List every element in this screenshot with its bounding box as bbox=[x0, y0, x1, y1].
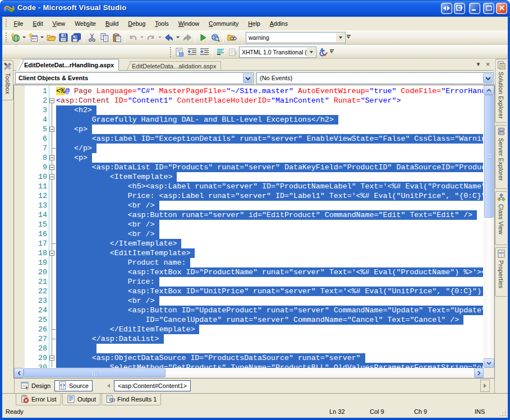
source-view-button[interactable]: Source bbox=[54, 380, 93, 391]
tag-navigator-breadcrumb[interactable]: <asp:Content#Content1> bbox=[114, 380, 191, 391]
line-number: 29 bbox=[25, 353, 47, 363]
menu-window[interactable]: Window bbox=[173, 19, 204, 29]
sidebar-tab-solution-explorer[interactable]: Solution Explorer bbox=[495, 59, 507, 123]
design-view-button[interactable]: Design bbox=[17, 380, 54, 391]
panel-tab-output[interactable]: Output bbox=[62, 394, 100, 405]
line-number: 28 bbox=[25, 344, 47, 353]
sidebar-tab-toolbox[interactable]: Toolbox bbox=[2, 60, 13, 100]
menu-website[interactable]: Website bbox=[70, 19, 101, 29]
format-doc-button[interactable] bbox=[173, 46, 186, 58]
code-line: <asp:Button ID="UpdateProduct" runat="se… bbox=[56, 306, 483, 315]
browse-find-button[interactable] bbox=[209, 31, 222, 44]
fold-collapse-box[interactable] bbox=[49, 251, 54, 256]
window-maximize-button[interactable] bbox=[483, 3, 494, 14]
sidebar-tab-label: Properties bbox=[498, 260, 504, 288]
toolbar-combo-value: warning bbox=[246, 34, 269, 41]
dropdown-arrow-icon[interactable] bbox=[139, 31, 144, 44]
sidebar-tab-class-view[interactable]: Class View bbox=[495, 191, 507, 245]
toolbar-overflow-chevron[interactable] bbox=[329, 46, 334, 58]
nav-back-button[interactable] bbox=[163, 31, 175, 44]
object-combo-arrow-icon[interactable] bbox=[243, 73, 252, 83]
indent-inc-button[interactable] bbox=[198, 46, 210, 58]
menu-file[interactable]: File bbox=[9, 19, 28, 29]
selected-code-text: <br /> bbox=[56, 229, 159, 239]
sidebar-tab-properties[interactable]: Properties bbox=[495, 247, 507, 297]
fold-collapse-box[interactable] bbox=[49, 155, 54, 160]
menu-tools[interactable]: Tools bbox=[150, 19, 174, 29]
paste-button[interactable] bbox=[111, 31, 123, 44]
accessibility-button[interactable] bbox=[316, 46, 329, 58]
window-minimize-button[interactable] bbox=[469, 3, 480, 14]
fold-collapse-box[interactable] bbox=[49, 165, 54, 170]
line-number: 24 bbox=[25, 306, 47, 315]
open-file-button[interactable] bbox=[45, 31, 57, 44]
event-combo-arrow-icon[interactable] bbox=[483, 73, 493, 83]
vertical-scrollbar-thumb[interactable] bbox=[484, 95, 494, 218]
view-switch-bar: Design Source <asp:Content#Content1> bbox=[2, 379, 508, 393]
fold-collapse-box[interactable] bbox=[49, 127, 54, 132]
start-debug-button[interactable] bbox=[197, 31, 209, 44]
scroll-left-button[interactable] bbox=[14, 368, 24, 378]
object-combo[interactable]: Client Objects & Events bbox=[15, 72, 254, 84]
selected-code-text: <p> bbox=[56, 124, 92, 134]
comment-button[interactable] bbox=[227, 46, 239, 58]
toolbar-separator bbox=[84, 32, 84, 43]
tag-navigator-back-button[interactable] bbox=[104, 381, 112, 390]
fold-collapse-box[interactable] bbox=[49, 356, 54, 361]
tag-navigator-forward-button[interactable] bbox=[480, 380, 490, 392]
tab-active-document[interactable]: EditDeleteDat...rHandling.aspx bbox=[16, 59, 119, 71]
redo-button[interactable] bbox=[145, 31, 157, 44]
window-switch-button[interactable] bbox=[441, 3, 452, 14]
indent-dec-button[interactable] bbox=[186, 46, 198, 58]
toolbar-grip[interactable] bbox=[6, 33, 7, 43]
undo-button[interactable] bbox=[127, 31, 139, 44]
nav-fwd-button[interactable] bbox=[181, 31, 193, 44]
resize-grip[interactable] bbox=[499, 409, 507, 417]
fold-collapse-box[interactable] bbox=[49, 98, 54, 103]
menu-addins[interactable]: Addins bbox=[265, 19, 292, 29]
menu-build[interactable]: Build bbox=[100, 19, 123, 29]
window-popout-button[interactable] bbox=[454, 3, 465, 14]
toolbar-grip[interactable] bbox=[170, 47, 172, 57]
toolbar-combo[interactable]: XHTML 1.0 Transitional ( bbox=[239, 47, 316, 58]
menu-community[interactable]: Community bbox=[204, 19, 243, 29]
fold-collapse-box[interactable] bbox=[49, 174, 54, 179]
dropdown-arrow-icon[interactable] bbox=[175, 31, 180, 44]
cut-button[interactable] bbox=[86, 31, 98, 44]
scroll-up-button[interactable] bbox=[484, 85, 494, 95]
sidebar-tab-server-explorer[interactable]: Server Explorer bbox=[495, 125, 507, 189]
dropdown-arrow-icon[interactable] bbox=[157, 31, 162, 44]
show-lines-button[interactable] bbox=[214, 46, 227, 58]
scroll-right-button[interactable] bbox=[474, 368, 484, 378]
dropdown-arrow-icon[interactable] bbox=[39, 31, 44, 44]
save-button[interactable] bbox=[57, 31, 70, 44]
menu-help[interactable]: Help bbox=[243, 19, 265, 29]
toolbar-overflow-chevron[interactable] bbox=[346, 31, 351, 44]
scroll-down-button[interactable] bbox=[484, 358, 494, 368]
menu-edit[interactable]: Edit bbox=[28, 19, 48, 29]
find-in-files-button[interactable] bbox=[226, 31, 238, 44]
copy-button[interactable] bbox=[98, 31, 111, 44]
tab-inactive-document[interactable]: EditDeleteData...alidation.aspx bbox=[124, 61, 221, 71]
toolbar-combo-arrow-icon[interactable] bbox=[336, 33, 344, 42]
line-number: 7 bbox=[25, 144, 47, 153]
titlebar[interactable]: Code - Microsoft Visual Studio bbox=[0, 0, 510, 17]
fold-guide-line bbox=[52, 103, 52, 367]
code-editor[interactable]: <%@ Page Language="C#" MasterPageFile="~… bbox=[56, 85, 483, 368]
window-close-button[interactable] bbox=[496, 3, 507, 14]
event-combo[interactable]: (No Events) bbox=[256, 72, 494, 84]
panel-tab-error-list[interactable]: Error List bbox=[16, 394, 61, 405]
save-all-button[interactable] bbox=[70, 31, 82, 44]
toolbar-combo[interactable]: warning bbox=[246, 32, 346, 43]
toolbar-combo-arrow-icon[interactable] bbox=[307, 48, 315, 57]
horizontal-scrollbar-thumb[interactable] bbox=[24, 368, 166, 377]
new-website-button[interactable] bbox=[9, 31, 21, 44]
tab-close-button[interactable]: × bbox=[484, 61, 492, 68]
panel-tab-label: Error List bbox=[31, 396, 57, 403]
dropdown-arrow-icon[interactable] bbox=[21, 31, 26, 44]
add-item-button[interactable] bbox=[27, 31, 39, 44]
tab-list-dropdown-button[interactable]: ▼ bbox=[474, 61, 483, 68]
menu-debug[interactable]: Debug bbox=[123, 19, 150, 29]
panel-tab-find-results-1[interactable]: Find Results 1 bbox=[102, 394, 161, 405]
menu-view[interactable]: View bbox=[48, 19, 70, 29]
